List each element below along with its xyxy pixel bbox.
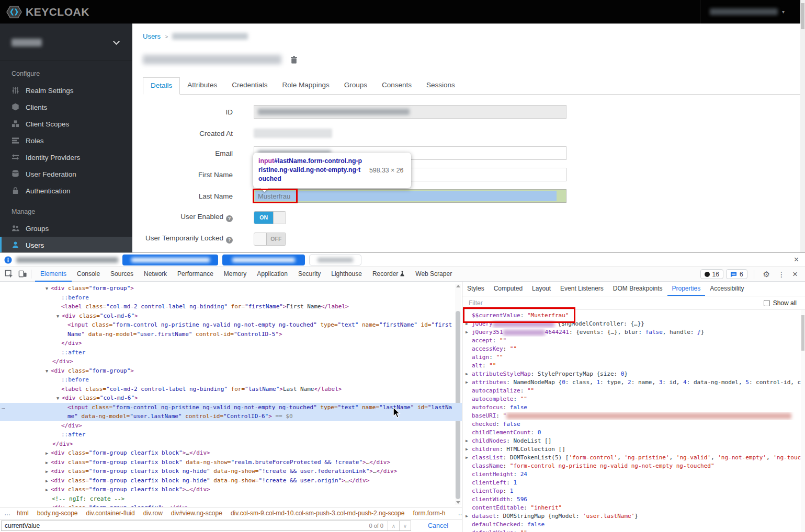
tab-attributes[interactable]: Attributes (180, 77, 224, 95)
property-line[interactable]: baseURI: " (462, 412, 801, 420)
property-line[interactable]: clientTop: 1 (462, 487, 801, 495)
expand-arrow-icon[interactable]: ▶ (466, 454, 468, 462)
code-line[interactable]: ▶<div class="form-group clearfix block n… (0, 467, 462, 476)
property-line[interactable]: accessKey: "" (462, 345, 801, 353)
devtools-tab-performance[interactable]: Performance (172, 267, 219, 282)
property-line[interactable]: ▶children: HTMLCollection [] (462, 445, 801, 454)
infobar-primary-button[interactable] (122, 255, 218, 265)
id-input[interactable] (254, 105, 566, 119)
help-icon[interactable]: ? (226, 237, 233, 244)
panel-tab-properties[interactable]: Properties (667, 282, 706, 296)
page-scrollbar[interactable] (800, 0, 805, 252)
device-toolbar-icon[interactable] (18, 270, 27, 279)
property-line[interactable]: ▶jQuery {$ngModelController: {…}} (462, 320, 801, 328)
sidebar-item-groups[interactable]: Groups (0, 220, 132, 237)
breadcrumb-users-link[interactable]: Users (143, 32, 161, 40)
property-line[interactable]: autocomplete: "" (462, 395, 801, 403)
panel-tab-computed[interactable]: Computed (489, 282, 527, 296)
property-line[interactable]: className: "form-control ng-pristine ng-… (462, 462, 801, 470)
property-line[interactable]: checked: false (462, 420, 801, 429)
tab-consents[interactable]: Consents (375, 77, 419, 95)
devtools-tab-network[interactable]: Network (139, 267, 172, 282)
inspect-element-icon[interactable] (5, 270, 14, 279)
find-input[interactable]: currentValue 0 of 0 ∧ ∨ (1, 521, 411, 531)
sidebar-item-identity-providers[interactable]: Identity Providers (0, 149, 132, 166)
code-line[interactable]: ▶<div class="form-group clearfix block">… (0, 448, 462, 458)
properties-scrollbar[interactable] (801, 310, 805, 532)
code-line[interactable]: ::after (0, 348, 462, 357)
property-line[interactable]: ▶dataset: DOMStringMap {ngModel: 'user.l… (462, 512, 801, 521)
property-line[interactable]: defaultChecked: false (462, 521, 801, 529)
property-line[interactable]: ▶attributeStyleMap: StylePropertyMap {si… (462, 370, 801, 378)
property-line[interactable]: autocapitalize: "" (462, 387, 801, 395)
property-line[interactable]: alt: "" (462, 362, 801, 370)
infobar-secondary-button[interactable] (222, 255, 305, 265)
expand-arrow-icon[interactable]: ▶ (466, 437, 468, 445)
devtools-tab-elements[interactable]: Elements (35, 267, 72, 282)
code-line[interactable]: ::before (0, 375, 462, 385)
crumb-overflow[interactable]: … (4, 510, 10, 517)
property-line[interactable]: accept: "" (462, 337, 801, 345)
dom-crumb[interactable]: div#view.ng-scope (171, 510, 222, 517)
property-line[interactable]: defaultValue: "" (462, 529, 801, 532)
code-line[interactable]: ▼<div class="col-md-6"> (0, 311, 462, 321)
property-line[interactable]: contentEditable: "inherit" (462, 504, 801, 512)
settings-gear-icon[interactable]: ⚙ (761, 270, 773, 279)
expand-arrow-icon[interactable]: ▶ (466, 370, 468, 378)
infobar-dismiss-button[interactable] (309, 255, 361, 265)
devtools-close-icon[interactable]: × (790, 269, 802, 280)
code-line[interactable]: me" data-ng-model="user.lastName" contro… (0, 412, 462, 421)
expand-arrow-icon[interactable]: ▶ (466, 328, 468, 337)
property-line[interactable]: ▶jQuery3514644241: {events: {…}, blur: f… (462, 328, 801, 337)
dom-crumb[interactable]: form.form-h (413, 510, 445, 517)
property-line[interactable]: ▶childNodes: NodeList [] (462, 437, 801, 445)
dom-crumb[interactable]: html (17, 510, 29, 517)
delete-user-icon[interactable] (290, 55, 298, 64)
expand-arrow-icon[interactable]: ▶ (466, 512, 468, 521)
property-line[interactable]: clientLeft: 1 (462, 479, 801, 487)
infobar-close-icon[interactable]: × (794, 255, 799, 264)
code-line[interactable]: ▼<div class="form-group"> (0, 284, 462, 293)
code-line[interactable]: Name" data-ng-model="user.firstName" con… (0, 330, 462, 339)
code-line[interactable]: <label class="col-md-2 control-label ng-… (0, 302, 462, 311)
code-line[interactable]: </div> (0, 339, 462, 348)
property-line[interactable]: align: "" (462, 353, 801, 362)
code-line[interactable]: ::after (0, 430, 462, 440)
property-line[interactable]: $$currentValue: "Musterfrau" (462, 311, 801, 320)
last-name-input[interactable]: Musterfrau (254, 189, 566, 203)
expand-arrow-icon[interactable]: ▶ (466, 378, 468, 387)
find-next-icon[interactable]: ∨ (399, 521, 411, 530)
console-errors-badge[interactable]: 16 (700, 269, 723, 279)
code-line[interactable]: </div> (0, 440, 462, 449)
realm-selector[interactable] (0, 24, 132, 61)
devtools-tab-web-scraper[interactable]: Web Scraper (410, 267, 457, 282)
code-line[interactable]: …<input class="form-control ng-pristine … (0, 403, 462, 412)
filter-input[interactable]: Filter (462, 299, 764, 307)
issues-badge[interactable]: 6 (726, 269, 747, 279)
panel-tab-accessibility[interactable]: Accessibility (705, 282, 749, 296)
property-line[interactable]: clientHeight: 24 (462, 470, 801, 479)
code-line[interactable]: ▶<div class="form-group clearfix block n… (0, 476, 462, 485)
code-line[interactable]: </div> (0, 357, 462, 366)
dom-crumb[interactable]: div.col-sm-9.col-md-10.col-sm-push-3.col… (231, 510, 405, 517)
find-previous-icon[interactable]: ∧ (388, 521, 399, 530)
code-line[interactable]: ▼<div class="col-md-6"> (0, 394, 462, 403)
devtools-tab-recorder[interactable]: Recorder (367, 267, 410, 282)
dom-crumb[interactable]: div.row (143, 510, 163, 517)
sidebar-item-authentication[interactable]: Authentication (0, 182, 132, 199)
sidebar-item-realm-settings[interactable]: Realm Settings (0, 82, 132, 99)
tab-credentials[interactable]: Credentials (224, 77, 275, 95)
help-icon[interactable]: ? (226, 215, 233, 222)
panel-tab-styles[interactable]: Styles (462, 282, 489, 296)
tab-groups[interactable]: Groups (337, 77, 375, 95)
code-line[interactable]: ▶<div class="form-group clearfix block">… (0, 485, 462, 494)
page-scrollbar-thumb[interactable] (801, 3, 804, 29)
devtools-tab-sources[interactable]: Sources (105, 267, 139, 282)
sidebar-item-roles[interactable]: Roles (0, 132, 132, 149)
code-line[interactable]: </div> (0, 421, 462, 431)
panel-tab-dom-breakpoints[interactable]: DOM Breakpoints (608, 282, 667, 296)
code-line[interactable]: ▶<div class="form-group clearfix">…</div… (0, 503, 462, 507)
sidebar-item-clients[interactable]: Clients (0, 99, 132, 115)
property-line[interactable]: ▶classList: DOMTokenList(5) ['form-contr… (462, 454, 801, 462)
sidebar-item-user-federation[interactable]: User Federation (0, 166, 132, 182)
